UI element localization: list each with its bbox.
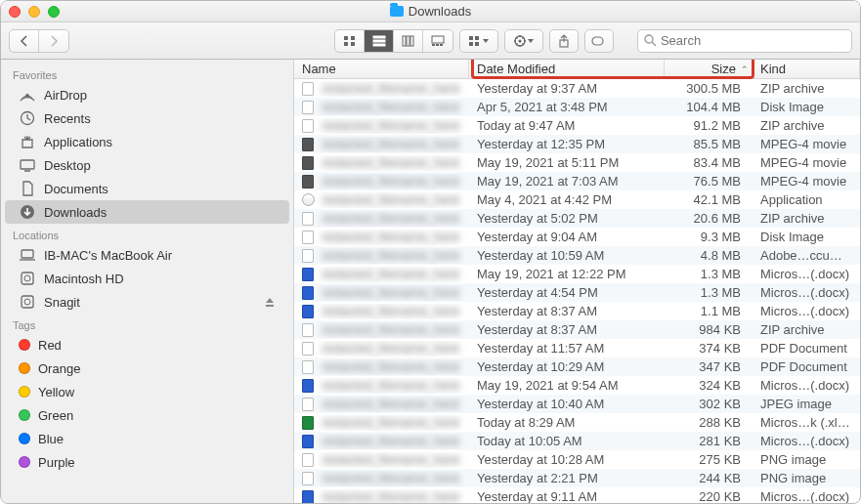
file-name-cell: redacted_filename_here bbox=[294, 230, 469, 245]
file-size-cell: 275 KB bbox=[665, 452, 753, 467]
file-row[interactable]: redacted_filename_hereToday at 8:29 AM28… bbox=[294, 413, 860, 432]
eject-icon[interactable] bbox=[264, 296, 276, 308]
file-row[interactable]: redacted_filename_hereMay 4, 2021 at 4:4… bbox=[294, 190, 860, 209]
file-row[interactable]: redacted_filename_hereYesterday at 12:35… bbox=[294, 135, 860, 153]
column-kind[interactable]: Kind bbox=[753, 60, 860, 78]
forward-button[interactable] bbox=[39, 30, 68, 52]
file-kind-cell: PNG image bbox=[753, 452, 860, 467]
file-date-cell: Today at 10:05 AM bbox=[469, 434, 665, 448]
gallery-view-button[interactable] bbox=[423, 30, 452, 52]
column-headers: Name Date Modified Size⌃ Kind bbox=[294, 60, 860, 79]
file-name-redacted: redacted_filename_here bbox=[321, 211, 461, 226]
file-row[interactable]: redacted_filename_hereYesterday at 10:40… bbox=[294, 395, 860, 413]
file-row[interactable]: redacted_filename_hereYesterday at 8:37 … bbox=[294, 302, 860, 320]
file-name-cell: redacted_filename_here bbox=[294, 415, 469, 431]
file-date-cell: Yesterday at 2:21 PM bbox=[469, 471, 665, 485]
file-row[interactable]: redacted_filename_hereMay 19, 2021 at 12… bbox=[294, 265, 860, 283]
file-name-cell: redacted_filename_here bbox=[294, 248, 469, 264]
file-name-cell: redacted_filename_here bbox=[294, 100, 469, 115]
sidebar-item-label: IB-MAC's MacBook Air bbox=[44, 248, 172, 263]
file-kind-cell: JPEG image bbox=[753, 397, 860, 411]
file-row[interactable]: redacted_filename_hereYesterday at 11:57… bbox=[294, 339, 860, 357]
folder-icon bbox=[390, 6, 404, 17]
file-size-cell: 374 KB bbox=[665, 341, 753, 356]
sidebar-item-recents[interactable]: Recents bbox=[5, 106, 289, 130]
tags-button[interactable] bbox=[584, 29, 614, 53]
sidebar-item-label: Blue bbox=[38, 432, 64, 446]
file-row[interactable]: redacted_filename_hereYesterday at 9:11 … bbox=[294, 487, 860, 503]
file-row[interactable]: redacted_filename_hereYesterday at 8:37 … bbox=[294, 320, 860, 339]
svg-rect-1 bbox=[351, 36, 355, 40]
file-row[interactable]: redacted_filename_hereMay 19, 2021 at 9:… bbox=[294, 376, 860, 395]
file-name-cell: redacted_filename_here bbox=[294, 118, 469, 134]
file-row[interactable]: redacted_filename_hereYesterday at 10:29… bbox=[294, 357, 860, 376]
column-size[interactable]: Size⌃ bbox=[665, 60, 753, 78]
sidebar-item-snagit[interactable]: Snagit bbox=[5, 290, 289, 314]
file-size-cell: 220 KB bbox=[665, 489, 753, 503]
file-icon bbox=[302, 471, 315, 486]
search-field[interactable] bbox=[637, 29, 852, 53]
file-row[interactable]: redacted_filename_hereToday at 10:05 AM2… bbox=[294, 432, 860, 450]
file-name-cell: redacted_filename_here bbox=[294, 192, 469, 208]
file-row[interactable]: redacted_filename_hereYesterday at 2:21 … bbox=[294, 469, 860, 487]
sidebar-item-label: Recents bbox=[44, 111, 91, 126]
search-icon bbox=[644, 34, 656, 47]
list-view-button[interactable] bbox=[365, 30, 394, 52]
sidebar-item-downloads[interactable]: Downloads bbox=[5, 200, 289, 224]
file-row[interactable]: redacted_filename_hereYesterday at 9:37 … bbox=[294, 79, 860, 98]
file-size-cell: 300.5 MB bbox=[665, 81, 753, 96]
sidebar-item-orange[interactable]: Orange bbox=[5, 357, 289, 380]
sidebar-item-macintosh-hd[interactable]: Macintosh HD bbox=[5, 267, 289, 290]
action-button[interactable] bbox=[504, 29, 543, 53]
sidebar-item-label: Orange bbox=[38, 361, 80, 376]
file-size-cell: 1.3 MB bbox=[665, 267, 753, 281]
file-name-redacted: redacted_filename_here bbox=[321, 192, 461, 207]
disk-icon bbox=[19, 294, 36, 310]
file-date-cell: Yesterday at 11:57 AM bbox=[469, 341, 665, 356]
sidebar-item-documents[interactable]: Documents bbox=[5, 177, 289, 200]
file-size-cell: 244 KB bbox=[665, 471, 753, 485]
close-button[interactable] bbox=[9, 6, 21, 18]
sidebar-item-airdrop[interactable]: AirDrop bbox=[5, 83, 289, 106]
file-row[interactable]: redacted_filename_hereMay 19, 2021 at 7:… bbox=[294, 172, 860, 190]
column-view-button[interactable] bbox=[394, 30, 423, 52]
sidebar-section-header: Favorites bbox=[1, 63, 293, 83]
file-row[interactable]: redacted_filename_hereMay 19, 2021 at 5:… bbox=[294, 153, 860, 172]
file-row[interactable]: redacted_filename_hereToday at 9:47 AM91… bbox=[294, 116, 860, 135]
file-name-redacted: redacted_filename_here bbox=[321, 118, 461, 133]
sidebar-item-applications[interactable]: Applications bbox=[5, 130, 289, 153]
sidebar-item-blue[interactable]: Blue bbox=[5, 427, 289, 450]
file-kind-cell: MPEG-4 movie bbox=[753, 174, 860, 189]
file-date-cell: Apr 5, 2021 at 3:48 PM bbox=[469, 100, 665, 114]
file-row[interactable]: redacted_filename_hereYesterday at 4:54 … bbox=[294, 283, 860, 302]
file-row[interactable]: redacted_filename_hereApr 5, 2021 at 3:4… bbox=[294, 98, 860, 116]
svg-rect-17 bbox=[475, 42, 479, 46]
sidebar-item-ib-mac-s-macbook-air[interactable]: IB-MAC's MacBook Air bbox=[5, 243, 289, 267]
share-button[interactable] bbox=[549, 29, 579, 53]
file-icon bbox=[302, 100, 315, 115]
file-row[interactable]: redacted_filename_hereYesterday at 5:02 … bbox=[294, 209, 860, 228]
svg-rect-16 bbox=[469, 42, 473, 46]
tag-dot-icon bbox=[19, 386, 30, 398]
icon-view-button[interactable] bbox=[335, 30, 365, 52]
file-name-cell: redacted_filename_here bbox=[294, 489, 469, 504]
sidebar-item-green[interactable]: Green bbox=[5, 403, 289, 427]
sidebar: FavoritesAirDropRecentsApplicationsDeskt… bbox=[1, 60, 294, 503]
svg-rect-9 bbox=[410, 36, 413, 46]
sidebar-item-red[interactable]: Red bbox=[5, 333, 289, 357]
sidebar-item-yellow[interactable]: Yellow bbox=[5, 380, 289, 403]
file-date-cell: Yesterday at 9:04 AM bbox=[469, 230, 665, 244]
file-row[interactable]: redacted_filename_hereYesterday at 10:28… bbox=[294, 450, 860, 469]
file-row[interactable]: redacted_filename_hereYesterday at 10:59… bbox=[294, 246, 860, 265]
sidebar-item-desktop[interactable]: Desktop bbox=[5, 153, 289, 177]
maximize-button[interactable] bbox=[48, 6, 60, 18]
column-name[interactable]: Name bbox=[294, 60, 469, 78]
sidebar-item-purple[interactable]: Purple bbox=[5, 450, 289, 474]
file-kind-cell: Micros…(.docx) bbox=[753, 304, 860, 318]
arrange-button[interactable] bbox=[459, 29, 498, 53]
search-input[interactable] bbox=[661, 33, 845, 48]
column-date-modified[interactable]: Date Modified bbox=[469, 60, 665, 78]
file-row[interactable]: redacted_filename_hereYesterday at 9:04 … bbox=[294, 228, 860, 246]
minimize-button[interactable] bbox=[28, 6, 40, 18]
back-button[interactable] bbox=[10, 30, 39, 52]
